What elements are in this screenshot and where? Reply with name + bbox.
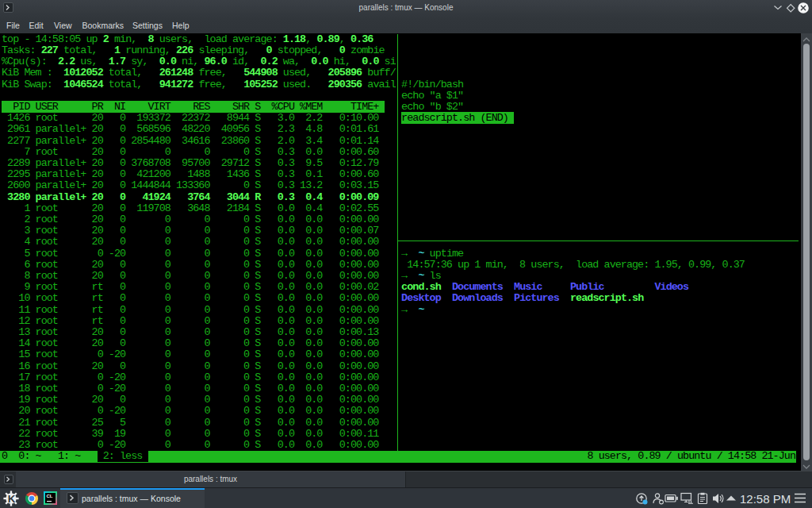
svg-text:K: K: [8, 493, 16, 505]
